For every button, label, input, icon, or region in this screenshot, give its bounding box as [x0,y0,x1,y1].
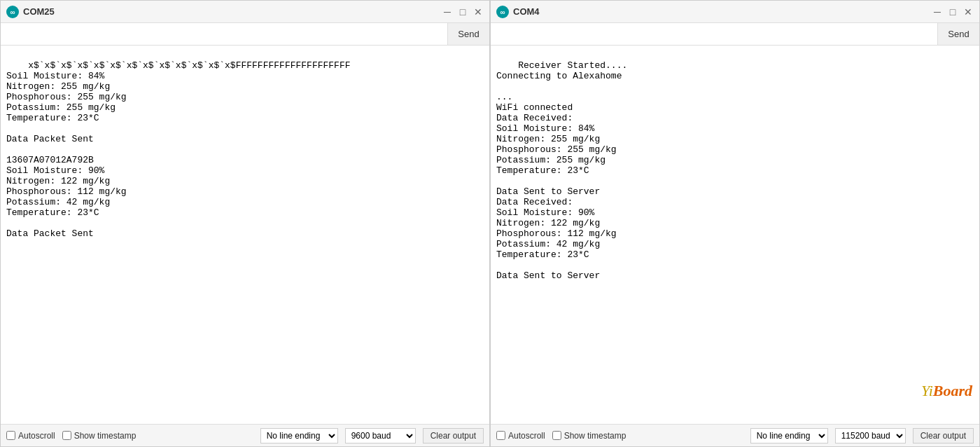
com4-minimize-button[interactable]: ─ [932,6,943,18]
com25-input-row: Send [1,23,489,46]
watermark-board: Board [933,382,972,399]
com4-timestamp-checkbox[interactable] [552,431,561,440]
arduino-logo-com4: ∞ [496,6,509,18]
com4-autoscroll-label[interactable]: Autoscroll [496,431,545,441]
com25-autoscroll-checkbox[interactable] [6,431,15,440]
com4-baud-select[interactable]: 300 baud 1200 baud 2400 baud 4800 baud 9… [835,428,906,443]
com25-controls: ─ □ ✕ [442,6,484,18]
svg-text:∞: ∞ [10,8,15,16]
com4-output: Receiver Started.... Connecting to Alexa… [491,46,979,424]
com25-send-button[interactable]: Send [447,23,489,45]
com25-output-text: x$`x$`x$`x$`x$`x$`x$`x$`x$`x$`x$`x$`x$FF… [6,60,351,239]
com4-output-text: Receiver Started.... Connecting to Alexa… [496,60,627,281]
com4-title: COM4 [513,6,932,17]
com25-bottom-bar: Autoscroll Show timestamp No line ending… [1,424,489,446]
com4-send-button[interactable]: Send [937,23,979,45]
com4-timestamp-label[interactable]: Show timestamp [552,431,626,441]
com25-output: x$`x$`x$`x$`x$`x$`x$`x$`x$`x$`x$`x$`x$FF… [1,46,489,424]
com25-close-button[interactable]: ✕ [472,6,484,18]
com4-send-input[interactable] [491,23,937,45]
com4-input-row: Send [491,23,979,46]
com25-minimize-button[interactable]: ─ [442,6,453,18]
com4-timestamp-text: Show timestamp [564,431,626,441]
com4-bottom-bar: Autoscroll Show timestamp No line ending… [491,424,979,446]
com4-maximize-button[interactable]: □ [947,6,958,18]
com25-autoscroll-text: Autoscroll [18,431,55,441]
watermark-yi: Yi [921,382,933,399]
com4-autoscroll-checkbox[interactable] [496,431,505,440]
com4-line-ending-select[interactable]: No line ending Newline Carriage return B… [750,428,828,443]
com25-title: COM25 [23,6,442,17]
com25-autoscroll-label[interactable]: Autoscroll [6,431,55,441]
svg-text:∞: ∞ [500,8,505,16]
com25-title-bar: ∞ COM25 ─ □ ✕ [1,1,489,23]
com25-send-input[interactable] [1,23,447,45]
com25-timestamp-text: Show timestamp [74,431,136,441]
com4-window: ∞ COM4 ─ □ ✕ Send Receiver Started.... C… [490,0,980,447]
com25-window: ∞ COM25 ─ □ ✕ Send x$`x$`x$`x$`x$`x$`x$`… [0,0,490,447]
com25-clear-button[interactable]: Clear output [423,428,484,443]
com25-maximize-button[interactable]: □ [457,6,468,18]
com4-clear-button[interactable]: Clear output [913,428,974,443]
com25-timestamp-checkbox[interactable] [62,431,71,440]
com4-title-bar: ∞ COM4 ─ □ ✕ [491,1,979,23]
arduino-logo-com25: ∞ [6,6,19,18]
com25-line-ending-select[interactable]: No line ending Newline Carriage return B… [260,428,338,443]
com4-controls: ─ □ ✕ [932,6,974,18]
com25-timestamp-label[interactable]: Show timestamp [62,431,136,441]
com4-autoscroll-text: Autoscroll [508,431,545,441]
com4-close-button[interactable]: ✕ [962,6,974,18]
com25-baud-select[interactable]: 300 baud 1200 baud 2400 baud 4800 baud 9… [345,428,416,443]
watermark: YiBoard [898,364,972,418]
